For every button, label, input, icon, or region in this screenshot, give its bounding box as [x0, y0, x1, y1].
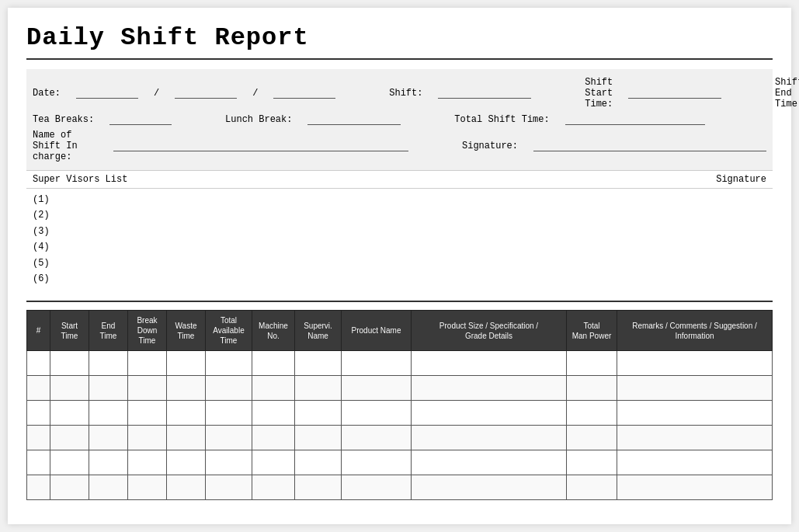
cell[interactable] — [617, 376, 773, 401]
shift-end-label: Shift End Time: — [775, 77, 799, 110]
cell[interactable] — [617, 426, 773, 450]
cell[interactable] — [206, 475, 252, 500]
cell[interactable] — [617, 401, 773, 426]
cell[interactable] — [412, 401, 567, 426]
table-row — [27, 475, 773, 500]
tea-breaks-field[interactable] — [109, 114, 172, 125]
lunch-break-label: Lunch Break: — [225, 114, 292, 125]
cell[interactable] — [50, 351, 89, 376]
cell[interactable] — [27, 401, 50, 426]
shift-start-field[interactable] — [628, 88, 721, 99]
cell[interactable] — [128, 376, 167, 401]
cell[interactable] — [206, 351, 252, 376]
cell[interactable] — [342, 426, 412, 450]
total-shift-field[interactable] — [565, 114, 705, 125]
cell[interactable] — [167, 351, 206, 376]
cell[interactable] — [295, 450, 342, 475]
supervisors-list-label: Super Visors List — [33, 174, 127, 185]
cell[interactable] — [89, 401, 128, 426]
cell[interactable] — [167, 426, 206, 450]
supervisors-header: Super Visors List Signature — [26, 170, 773, 189]
cell[interactable] — [128, 426, 167, 450]
name-field[interactable] — [113, 141, 408, 151]
cell[interactable] — [412, 475, 567, 500]
cell[interactable] — [50, 450, 89, 475]
cell[interactable] — [295, 401, 342, 426]
cell[interactable] — [206, 426, 252, 450]
cell[interactable] — [167, 475, 206, 500]
cell[interactable] — [252, 450, 295, 475]
cell[interactable] — [412, 351, 567, 376]
cell[interactable] — [27, 426, 50, 450]
date-slash-2: / — [252, 88, 258, 99]
cell[interactable] — [412, 376, 567, 401]
cell[interactable] — [50, 426, 89, 450]
cell[interactable] — [252, 426, 295, 450]
cell[interactable] — [342, 450, 412, 475]
table-body — [27, 351, 773, 500]
cell[interactable] — [412, 426, 567, 450]
cell[interactable] — [89, 450, 128, 475]
date-field-year[interactable] — [273, 88, 335, 99]
cell[interactable] — [567, 351, 617, 376]
supervisors-signature-label: Signature — [716, 174, 766, 185]
supervisor-item-6: (6) — [33, 271, 766, 287]
date-field-day[interactable] — [76, 88, 138, 99]
header-row-3: Name of Shift In charge: Signature: — [33, 130, 766, 162]
cell[interactable] — [252, 401, 295, 426]
cell[interactable] — [167, 376, 206, 401]
header-row-1: Date: / / Shift: Shift Start Time: Shift… — [33, 77, 766, 110]
cell[interactable] — [50, 401, 89, 426]
cell[interactable] — [252, 475, 295, 500]
cell[interactable] — [567, 450, 617, 475]
table-row — [27, 376, 773, 401]
cell[interactable] — [295, 376, 342, 401]
cell[interactable] — [50, 475, 89, 500]
cell[interactable] — [27, 450, 50, 475]
section-divider — [26, 301, 773, 302]
cell[interactable] — [27, 475, 50, 500]
cell[interactable] — [295, 475, 342, 500]
cell[interactable] — [128, 450, 167, 475]
cell[interactable] — [342, 351, 412, 376]
cell[interactable] — [89, 351, 128, 376]
cell[interactable] — [89, 376, 128, 401]
col-break-down-time: BreakDownTime — [128, 311, 167, 351]
lunch-break-field[interactable] — [307, 114, 401, 125]
cell[interactable] — [617, 475, 773, 500]
cell[interactable] — [342, 401, 412, 426]
cell[interactable] — [567, 401, 617, 426]
cell[interactable] — [128, 351, 167, 376]
col-waste-time: WasteTime — [167, 311, 206, 351]
shift-field[interactable] — [438, 88, 531, 99]
cell[interactable] — [567, 475, 617, 500]
cell[interactable] — [295, 351, 342, 376]
cell[interactable] — [342, 376, 412, 401]
cell[interactable] — [89, 426, 128, 450]
cell[interactable] — [617, 351, 773, 376]
cell[interactable] — [27, 376, 50, 401]
cell[interactable] — [167, 450, 206, 475]
cell[interactable] — [567, 426, 617, 450]
cell[interactable] — [617, 450, 773, 475]
cell[interactable] — [342, 475, 412, 500]
cell[interactable] — [295, 426, 342, 450]
cell[interactable] — [206, 450, 252, 475]
signature-field[interactable] — [533, 141, 766, 151]
table-row — [27, 426, 773, 450]
cell[interactable] — [567, 376, 617, 401]
cell[interactable] — [206, 376, 252, 401]
date-field-month[interactable] — [175, 88, 237, 99]
cell[interactable] — [27, 351, 50, 376]
cell[interactable] — [206, 401, 252, 426]
cell[interactable] — [412, 450, 567, 475]
cell[interactable] — [128, 401, 167, 426]
cell[interactable] — [50, 376, 89, 401]
cell[interactable] — [252, 376, 295, 401]
col-machine-no: MachineNo. — [252, 311, 295, 351]
cell[interactable] — [89, 475, 128, 500]
cell[interactable] — [128, 475, 167, 500]
cell[interactable] — [167, 401, 206, 426]
col-total-available-time: TotalAvailableTime — [206, 311, 252, 351]
cell[interactable] — [252, 351, 295, 376]
